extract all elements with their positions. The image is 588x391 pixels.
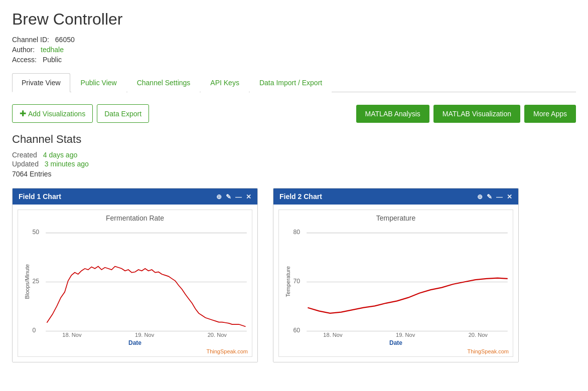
svg-text:18. Nov: 18. Nov (323, 332, 343, 337)
svg-text:0: 0 (32, 327, 36, 334)
field2-chart-header: Field 2 Chart ⊕ ✎ — ✕ (273, 188, 518, 205)
field2-credit: ThingSpeak.com (283, 348, 509, 354)
add-visualizations-label: Add Visualizations (28, 110, 85, 118)
updated-value: 3 minutes ago (45, 160, 89, 168)
field1-svg-chart: 50 25 0 18. Nov 19. Nov 2 (30, 225, 248, 337)
field1-chart-title: Field 1 Chart (19, 192, 61, 201)
updated-label: Updated (12, 160, 39, 168)
svg-text:20. Nov: 20. Nov (208, 332, 227, 337)
matlab-analysis-button[interactable]: MATLAB Analysis (356, 105, 429, 123)
field1-chart-subtitle: Fermentation Rate (22, 214, 248, 222)
field1-info-icon[interactable]: ⊕ (216, 193, 222, 201)
author-link[interactable]: tedhale (41, 46, 64, 54)
svg-text:19. Nov: 19. Nov (135, 332, 155, 337)
tab-private-view[interactable]: Private View (12, 73, 70, 92)
access-row: Access: Public (12, 56, 576, 64)
svg-text:20. Nov: 20. Nov (469, 332, 488, 337)
svg-text:50: 50 (32, 229, 39, 236)
entries: 7064 Entries (12, 170, 576, 178)
field1-chart-header: Field 1 Chart ⊕ ✎ — ✕ (13, 188, 257, 205)
field2-chart-card: Field 2 Chart ⊕ ✎ — ✕ Temperature Temper… (273, 188, 519, 362)
svg-text:25: 25 (32, 278, 39, 285)
matlab-visualization-button[interactable]: MATLAB Visualization (433, 105, 520, 123)
svg-text:80: 80 (293, 229, 300, 236)
field1-minimize-icon[interactable]: — (235, 193, 242, 201)
field2-edit-icon[interactable]: ✎ (487, 193, 492, 201)
svg-text:70: 70 (293, 278, 300, 285)
access-value: Public (43, 56, 62, 64)
svg-text:18. Nov: 18. Nov (62, 332, 82, 337)
field2-y-axis-label: Temperature (283, 225, 291, 338)
field2-info-icon[interactable]: ⊕ (477, 193, 483, 201)
more-apps-button[interactable]: More Apps (524, 105, 576, 123)
add-visualizations-button[interactable]: ✚ Add Visualizations (12, 104, 93, 123)
channel-id-label: Channel ID: (12, 36, 49, 44)
field1-chart-body: Fermentation Rate Bloops/Minute 50 25 0 (13, 205, 257, 362)
created-value: 4 days ago (43, 151, 78, 159)
author-label: Author: (12, 46, 35, 54)
created-row: Created 4 days ago (12, 151, 576, 159)
field1-chart-card: Field 1 Chart ⊕ ✎ — ✕ Fermentation Rate … (12, 188, 258, 362)
toolbar: ✚ Add Visualizations Data Export MATLAB … (12, 104, 576, 123)
data-export-button[interactable]: Data Export (97, 104, 149, 123)
field2-chart-inner: Temperature Temperature 80 70 60 (278, 210, 513, 357)
plus-icon: ✚ (20, 109, 26, 118)
field2-x-axis-label: Date (283, 339, 509, 346)
access-label: Access: (12, 56, 37, 64)
data-export-label: Data Export (104, 110, 141, 118)
field2-chart-title: Field 2 Chart (279, 192, 322, 201)
tab-data-import-export[interactable]: Data Import / Export (250, 73, 332, 92)
field2-svg-chart: 80 70 60 18. Nov 19. Nov (291, 225, 509, 337)
field1-credit: ThingSpeak.com (22, 348, 248, 354)
field1-chart-icons: ⊕ ✎ — ✕ (216, 193, 251, 201)
field2-minimize-icon[interactable]: — (496, 193, 503, 201)
field2-close-icon[interactable]: ✕ (507, 193, 512, 201)
channel-stats: Channel Stats Created 4 days ago Updated… (12, 133, 576, 178)
field1-edit-icon[interactable]: ✎ (226, 193, 231, 201)
field2-chart-subtitle: Temperature (283, 214, 509, 222)
author-row: Author: tedhale (12, 46, 576, 54)
channel-stats-heading: Channel Stats (12, 133, 576, 146)
tab-api-keys[interactable]: API Keys (201, 73, 249, 92)
created-label: Created (12, 151, 37, 159)
toolbar-left: ✚ Add Visualizations Data Export (12, 104, 149, 123)
channel-id-row: Channel ID: 66050 (12, 36, 576, 44)
channel-id-value: 66050 (55, 36, 75, 44)
toolbar-right: MATLAB Analysis MATLAB Visualization Mor… (356, 105, 576, 123)
charts-row: Field 1 Chart ⊕ ✎ — ✕ Fermentation Rate … (12, 188, 576, 362)
field1-y-axis-label: Bloops/Minute (22, 225, 30, 338)
field2-chart-body: Temperature Temperature 80 70 60 (273, 205, 518, 362)
svg-text:19. Nov: 19. Nov (396, 332, 415, 337)
field1-x-axis-label: Date (22, 339, 248, 346)
tab-channel-settings[interactable]: Channel Settings (127, 73, 200, 92)
tab-public-view[interactable]: Public View (71, 73, 126, 92)
field1-close-icon[interactable]: ✕ (246, 193, 251, 201)
tab-bar: Private View Public View Channel Setting… (12, 73, 576, 92)
svg-text:60: 60 (293, 327, 300, 334)
field2-chart-icons: ⊕ ✎ — ✕ (477, 193, 512, 201)
page-title: Brew Controller (12, 10, 576, 29)
updated-row: Updated 3 minutes ago (12, 160, 576, 168)
field1-chart-inner: Fermentation Rate Bloops/Minute 50 25 0 (18, 210, 252, 357)
